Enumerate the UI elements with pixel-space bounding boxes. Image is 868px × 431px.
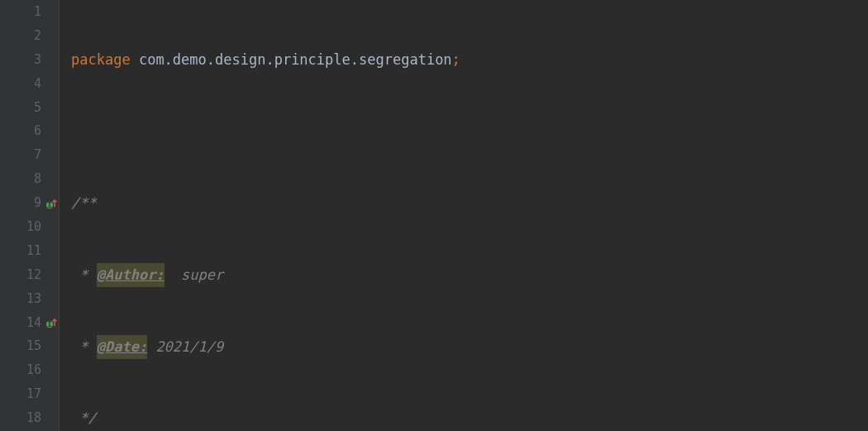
doc-value: super: [165, 263, 224, 287]
gutter-line[interactable]: 15: [0, 334, 60, 358]
code-area[interactable]: package com.demo.design.principle.segreg…: [60, 0, 868, 431]
line-number: 16: [23, 358, 41, 382]
doc-star: *: [71, 263, 97, 287]
line-number: 2: [23, 24, 41, 48]
line-number: 5: [23, 96, 41, 120]
line-number: 3: [23, 48, 41, 72]
semicolon: ;: [452, 48, 460, 72]
code-line[interactable]: * @Author: super: [71, 263, 868, 287]
doc-value: 2021/1/9: [147, 335, 223, 359]
doc-close: */: [71, 406, 97, 430]
svg-text:I: I: [48, 202, 52, 209]
code-line[interactable]: [71, 120, 868, 144]
override-method-icon[interactable]: I: [45, 316, 58, 329]
doc-open: /**: [71, 191, 97, 215]
line-number: 4: [23, 72, 41, 96]
doc-tag-author: @Author:: [97, 263, 165, 287]
line-number: 8: [23, 167, 41, 191]
package-name: com.demo.design.principle.segregation: [139, 48, 452, 72]
keyword: package: [71, 48, 131, 72]
gutter-line[interactable]: 5: [0, 96, 60, 120]
gutter-line[interactable]: 17: [0, 382, 60, 406]
gutter-line[interactable]: 18: [0, 406, 60, 430]
line-number: 13: [23, 287, 41, 311]
svg-text:I: I: [48, 321, 52, 328]
gutter-line[interactable]: 14 I: [0, 311, 60, 335]
gutter-line[interactable]: 9 I: [0, 191, 60, 215]
line-number: 12: [23, 263, 41, 287]
gutter-line[interactable]: 4: [0, 72, 60, 96]
line-number: 6: [23, 119, 41, 143]
code-line[interactable]: */: [71, 406, 868, 430]
code-line[interactable]: package com.demo.design.principle.segreg…: [71, 48, 868, 72]
line-number: 14: [23, 311, 41, 335]
line-number: 17: [23, 382, 41, 406]
gutter-line[interactable]: 16: [0, 358, 60, 382]
doc-tag-date: @Date:: [97, 335, 147, 359]
line-number: 7: [23, 143, 41, 167]
line-number: 11: [23, 239, 41, 263]
gutter-line[interactable]: 6: [0, 119, 60, 143]
gutter-line[interactable]: 3: [0, 48, 60, 72]
line-number: 15: [23, 334, 41, 358]
line-number: 9: [23, 191, 41, 215]
doc-star: *: [71, 335, 97, 359]
editor-gutter: 1 2 3 4 5 6 7 8 9 I 10 11 12 13 14 I 15 …: [0, 0, 60, 431]
line-number: 18: [23, 406, 41, 430]
override-method-icon[interactable]: I: [45, 197, 58, 210]
gutter-line[interactable]: 1: [0, 0, 60, 24]
code-editor[interactable]: 1 2 3 4 5 6 7 8 9 I 10 11 12 13 14 I 15 …: [0, 0, 868, 431]
code-line[interactable]: /**: [71, 191, 868, 215]
gutter-line[interactable]: 13: [0, 287, 60, 311]
code-line[interactable]: * @Date: 2021/1/9: [71, 335, 868, 359]
gutter-line[interactable]: 2: [0, 24, 60, 48]
line-number: 10: [23, 215, 41, 239]
gutter-line[interactable]: 11: [0, 239, 60, 263]
gutter-line[interactable]: 8: [0, 167, 60, 191]
line-number: 1: [23, 0, 41, 24]
gutter-line[interactable]: 12: [0, 263, 60, 287]
gutter-line[interactable]: 10: [0, 215, 60, 239]
gutter-line[interactable]: 7: [0, 143, 60, 167]
